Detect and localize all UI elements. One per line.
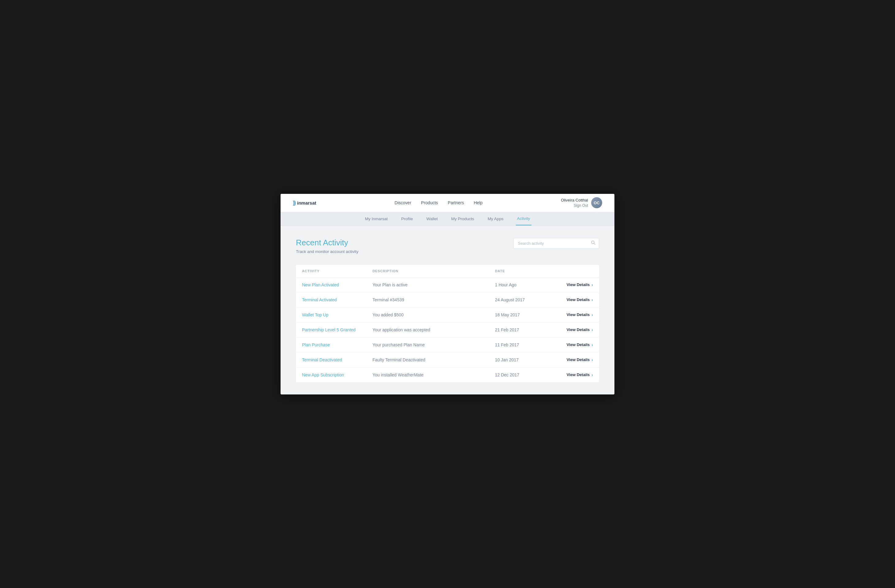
table-row: Wallet Top Up You added $500 18 May 2017… (296, 308, 599, 323)
description-text: Your application was accepted (372, 327, 495, 332)
date-text: 24 August 2017 (495, 297, 544, 302)
table-row: Plan Purchase Your purchased Plan Name 1… (296, 338, 599, 353)
view-details-button[interactable]: View Details › (544, 342, 593, 347)
chevron-right-icon: › (592, 297, 593, 302)
nav-help[interactable]: Help (474, 200, 483, 205)
date-text: 12 Dec 2017 (495, 373, 544, 377)
activity-link[interactable]: Plan Purchase (302, 342, 372, 347)
subnav-my-inmarsat[interactable]: My Inmarsat (364, 212, 389, 226)
activity-link[interactable]: Partnership Level 5 Granted (302, 327, 372, 332)
nav-products[interactable]: Products (421, 200, 438, 205)
logo-icon: )) (293, 200, 295, 206)
page-heading: Recent Activity Track and monitor accoun… (296, 238, 358, 254)
activity-link[interactable]: New App Subscription (302, 373, 372, 377)
description-text: Terminal #34539 (372, 297, 495, 302)
table-header: ACTIVITY DESCRIPTION DATE (296, 265, 599, 277)
page-title: Recent Activity (296, 238, 358, 247)
table-row: New Plan Activated Your Plan is active 1… (296, 277, 599, 292)
subnav-wallet[interactable]: Wallet (425, 212, 439, 226)
view-details-button[interactable]: View Details › (544, 358, 593, 362)
description-text: You installed WeatherMate (372, 373, 495, 377)
user-info: Oliveira Cotthal Sign Out (561, 198, 588, 208)
date-text: 18 May 2017 (495, 312, 544, 317)
main-nav: Discover Products Partners Help (394, 200, 482, 205)
activity-table: ACTIVITY DESCRIPTION DATE New Plan Activ… (296, 265, 599, 382)
user-name: Oliveira Cotthal (561, 198, 588, 202)
description-text: You added $500 (372, 312, 495, 317)
table-row: Partnership Level 5 Granted Your applica… (296, 323, 599, 338)
view-details-button[interactable]: View Details › (544, 373, 593, 377)
view-details-button[interactable]: View Details › (544, 297, 593, 302)
main-content: Recent Activity Track and monitor accoun… (281, 226, 614, 394)
subnav-my-products[interactable]: My Products (450, 212, 475, 226)
col-date: DATE (495, 269, 544, 273)
page-header: Recent Activity Track and monitor accoun… (296, 238, 599, 254)
col-description: DESCRIPTION (372, 269, 495, 273)
chevron-right-icon: › (592, 358, 593, 362)
description-text: Your purchased Plan Name (372, 342, 495, 347)
date-text: 11 Feb 2017 (495, 342, 544, 347)
description-text: Faulty Terminal Deactivated (372, 358, 495, 362)
activity-link[interactable]: Wallet Top Up (302, 312, 372, 317)
nav-partners[interactable]: Partners (448, 200, 464, 205)
svg-line-1 (594, 244, 595, 245)
search-input[interactable] (513, 238, 599, 249)
activity-link[interactable]: Terminal Deactivated (302, 358, 372, 362)
table-row: New App Subscription You installed Weath… (296, 368, 599, 382)
user-area: Oliveira Cotthal Sign Out OC (561, 197, 602, 208)
date-text: 10 Jan 2017 (495, 358, 544, 362)
subnav-my-apps[interactable]: My Apps (486, 212, 505, 226)
view-details-button[interactable]: View Details › (544, 312, 593, 317)
col-action (544, 269, 593, 273)
search-icon (591, 241, 595, 246)
view-details-button[interactable]: View Details › (544, 282, 593, 287)
subnav-profile[interactable]: Profile (400, 212, 414, 226)
description-text: Your Plan is active (372, 282, 495, 287)
table-row: Terminal Deactivated Faulty Terminal Dea… (296, 353, 599, 368)
date-text: 1 Hour Ago (495, 282, 544, 287)
search-box (513, 238, 599, 249)
page-subtitle: Track and monitor account activity (296, 249, 358, 254)
subnav-activity[interactable]: Activity (516, 212, 531, 226)
col-activity: ACTIVITY (302, 269, 372, 273)
chevron-right-icon: › (592, 342, 593, 347)
avatar: OC (591, 197, 602, 208)
date-text: 21 Feb 2017 (495, 327, 544, 332)
activity-link[interactable]: Terminal Activated (302, 297, 372, 302)
chevron-right-icon: › (592, 312, 593, 317)
browser-window: )) inmarsat Discover Products Partners H… (281, 194, 614, 394)
chevron-right-icon: › (592, 327, 593, 332)
logo-text: inmarsat (297, 200, 316, 206)
table-row: Terminal Activated Terminal #34539 24 Au… (296, 292, 599, 308)
sign-out-link[interactable]: Sign Out (574, 203, 588, 208)
sub-nav: My Inmarsat Profile Wallet My Products M… (281, 212, 614, 226)
chevron-right-icon: › (592, 282, 593, 287)
activity-link[interactable]: New Plan Activated (302, 282, 372, 287)
chevron-right-icon: › (592, 373, 593, 377)
view-details-button[interactable]: View Details › (544, 327, 593, 332)
nav-discover[interactable]: Discover (394, 200, 411, 205)
logo: )) inmarsat (293, 200, 316, 206)
top-nav: )) inmarsat Discover Products Partners H… (281, 194, 614, 212)
